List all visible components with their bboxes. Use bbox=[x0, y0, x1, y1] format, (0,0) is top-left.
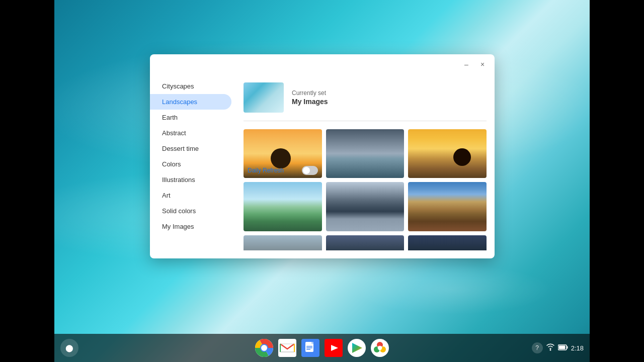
wallpaper-partial-row bbox=[244, 235, 487, 250]
daily-refresh-toggle[interactable] bbox=[302, 166, 318, 175]
wallpaper-item-2[interactable] bbox=[326, 129, 405, 178]
sidebar-item-my-images[interactable]: My Images bbox=[150, 219, 231, 234]
chrome-icon[interactable] bbox=[254, 338, 274, 358]
taskbar-apps bbox=[254, 338, 390, 358]
docs-icon[interactable] bbox=[300, 338, 320, 358]
youtube-icon[interactable] bbox=[324, 338, 344, 358]
currently-set-label: Currently set bbox=[292, 89, 328, 97]
system-tray: ? 2:18 bbox=[532, 342, 584, 353]
wifi-icon bbox=[546, 343, 555, 353]
wallpaper-item-6[interactable] bbox=[408, 182, 487, 231]
sidebar-item-solid-colors[interactable]: Solid colors bbox=[150, 203, 231, 219]
wallpaper-item-9[interactable] bbox=[408, 235, 487, 250]
taskbar-left bbox=[60, 339, 78, 357]
sidebar-item-dessert-time[interactable]: Dessert time bbox=[150, 141, 231, 156]
sidebar-item-colors[interactable]: Colors bbox=[150, 156, 231, 172]
time-display: 2:18 bbox=[571, 344, 584, 352]
sidebar-item-illustrations[interactable]: Illustrations bbox=[150, 172, 231, 188]
svg-rect-26 bbox=[558, 346, 565, 349]
currently-set-name: My Images bbox=[292, 98, 328, 106]
minimize-button[interactable]: – bbox=[460, 58, 472, 70]
sidebar-item-landscapes[interactable]: Landscapes bbox=[150, 94, 231, 110]
sidebar: Cityscapes Landscapes Earth Abstract Des… bbox=[150, 74, 235, 258]
side-bar-left bbox=[0, 0, 54, 362]
svg-point-22 bbox=[378, 346, 382, 350]
sidebar-item-cityscapes[interactable]: Cityscapes bbox=[150, 78, 231, 94]
battery-icon bbox=[558, 343, 568, 352]
launcher-button[interactable] bbox=[60, 339, 78, 357]
wallpaper-item-1[interactable]: Daily Refresh bbox=[244, 129, 322, 178]
sidebar-item-abstract[interactable]: Abstract bbox=[150, 125, 231, 141]
svg-rect-10 bbox=[306, 349, 310, 350]
close-button[interactable]: × bbox=[476, 58, 489, 70]
wallpaper-item-4[interactable] bbox=[244, 182, 322, 231]
dialog-titlebar: – × bbox=[150, 54, 495, 74]
side-bar-right bbox=[590, 0, 644, 362]
taskbar: ? 2:18 bbox=[54, 334, 590, 362]
svg-point-2 bbox=[261, 345, 267, 351]
help-icon[interactable]: ? bbox=[532, 342, 543, 353]
wallpaper-item-5[interactable] bbox=[326, 182, 405, 231]
wallpaper-item-3[interactable] bbox=[408, 129, 487, 178]
main-content: Currently set My Images Daily Refresh bbox=[235, 74, 495, 258]
sidebar-item-art[interactable]: Art bbox=[150, 188, 231, 203]
play-store-icon[interactable] bbox=[347, 338, 367, 358]
wallpaper-item-8[interactable] bbox=[326, 235, 405, 250]
wallpaper-item-7[interactable] bbox=[244, 235, 322, 250]
daily-refresh-label: Daily Refresh bbox=[248, 167, 284, 174]
current-info: Currently set My Images bbox=[292, 89, 328, 106]
svg-point-23 bbox=[549, 349, 551, 351]
taskbar-right: ? 2:18 bbox=[532, 342, 584, 353]
wallpaper-dialog: – × Cityscapes Landscapes Earth Abstract… bbox=[150, 54, 495, 258]
wallpaper-grid: Daily Refresh bbox=[244, 129, 487, 231]
currently-set-section: Currently set My Images bbox=[244, 74, 487, 121]
svg-rect-8 bbox=[306, 346, 312, 347]
svg-rect-9 bbox=[306, 347, 312, 348]
photos-icon[interactable] bbox=[370, 338, 390, 358]
dialog-body: Cityscapes Landscapes Earth Abstract Des… bbox=[150, 74, 495, 258]
svg-rect-25 bbox=[567, 346, 568, 349]
gmail-icon[interactable] bbox=[277, 338, 297, 358]
current-wallpaper-thumbnail bbox=[244, 82, 284, 113]
sidebar-item-earth[interactable]: Earth bbox=[150, 110, 231, 125]
